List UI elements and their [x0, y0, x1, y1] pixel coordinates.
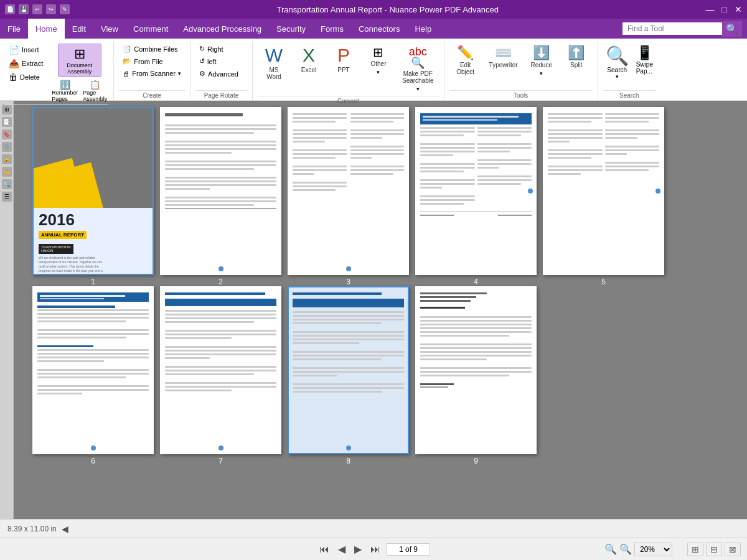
p3-c2-l2: [350, 117, 405, 119]
sidebar-icon-6[interactable]: ✍: [2, 167, 12, 177]
p8-l12: [293, 367, 404, 369]
advanced-rotate-btn[interactable]: ⚙ Advanced: [195, 68, 242, 79]
close-btn[interactable]: ✕: [735, 4, 742, 14]
delete-btn[interactable]: 🗑 Delete: [5, 71, 47, 83]
maximize-btn[interactable]: □: [722, 4, 727, 14]
ms-word-btn[interactable]: W MSWord: [258, 44, 290, 83]
rotate-right-btn[interactable]: ↻ Right: [195, 44, 227, 54]
page-3-num: 3: [346, 278, 350, 286]
save-icon[interactable]: 💾: [19, 4, 29, 14]
p5-l12: [548, 169, 603, 171]
ppt-btn[interactable]: P PPT: [327, 44, 360, 76]
sidebar-icon-7[interactable]: 🔍: [2, 179, 12, 189]
page-5-thumb[interactable]: [543, 107, 664, 275]
page-8-thumb[interactable]: [288, 286, 409, 454]
menu-advanced[interactable]: Advanced Processing: [176, 19, 269, 39]
page-assembly-btn[interactable]: 📋 PageAssembly: [82, 78, 108, 103]
rotate-left-btn[interactable]: ↺ left: [195, 56, 220, 67]
page-1-thumb[interactable]: 2016 ANNUAL REPORT TRANSPORTIONUNION We …: [32, 107, 154, 275]
last-page-btn[interactable]: ⏭: [368, 543, 383, 556]
page-4-container: 4: [415, 107, 537, 286]
p7-l11: [165, 357, 210, 359]
p4-c2-l4: [477, 143, 532, 145]
insert-btn[interactable]: 📄 Insert: [5, 44, 47, 56]
zoom-select[interactable]: 20% 10% 15% 25% 50% 100%: [634, 543, 672, 556]
menu-help[interactable]: Help: [407, 19, 439, 39]
document-assembly-btn[interactable]: ⊞ DocumentAssembly: [58, 44, 101, 77]
page-6-thumb[interactable]: [32, 286, 154, 454]
search-dropdown-icon[interactable]: ▾: [616, 73, 619, 80]
p6-l8: [37, 349, 149, 351]
fit-width-btn[interactable]: ⊟: [706, 543, 722, 556]
renumber-pages-btn[interactable]: 🔢 RenumberPages: [50, 78, 79, 103]
page-3-thumb[interactable]: [288, 107, 409, 275]
main-scroll-area[interactable]: 2016 ANNUAL REPORT TRANSPORTIONUNION We …: [14, 101, 747, 519]
page-input[interactable]: [387, 543, 430, 556]
search-btn[interactable]: 🔍 Search ▾: [603, 44, 631, 81]
p9-h3: [420, 300, 471, 302]
page-7-thumb[interactable]: [160, 286, 281, 454]
page-3-container: 3: [288, 107, 409, 286]
menu-comment[interactable]: Comment: [126, 19, 176, 39]
scroll-left-arrow[interactable]: ◀: [62, 524, 68, 534]
menu-edit[interactable]: Edit: [65, 19, 93, 39]
p4-l4: [420, 143, 475, 145]
pdf-searchable-dropdown-icon[interactable]: ▾: [416, 86, 420, 92]
page-9-thumb[interactable]: [415, 286, 537, 454]
menu-connectors[interactable]: Connectors: [351, 19, 407, 39]
sidebar-icon-5[interactable]: 🔒: [2, 154, 12, 164]
menu-file[interactable]: File: [0, 19, 28, 39]
p4-c2-l8: [477, 163, 532, 165]
excel-btn[interactable]: X Excel: [293, 44, 325, 76]
first-page-btn[interactable]: ⏮: [317, 543, 332, 556]
p3-c1-l13: [293, 173, 314, 175]
actual-size-btn[interactable]: ⊠: [725, 543, 741, 556]
zoom-in-btn[interactable]: 🔍: [619, 543, 632, 555]
p9-g5: [420, 378, 532, 383]
prev-page-btn[interactable]: ◀: [336, 542, 348, 556]
page-4-thumb[interactable]: [415, 107, 537, 275]
p9-l9: [420, 351, 532, 353]
sidebar-icon-2[interactable]: 📑: [2, 117, 12, 127]
scanner-dropdown-icon[interactable]: ▾: [178, 70, 181, 77]
combine-files-btn[interactable]: 📑 Combine Files: [119, 44, 181, 54]
split-btn[interactable]: ⬆️ Split: [560, 44, 593, 71]
p2-l13: [165, 184, 276, 186]
from-scanner-btn[interactable]: 🖨 From Scanner ▾: [119, 68, 185, 78]
redo-icon[interactable]: ↪: [46, 4, 56, 14]
page-2-thumb[interactable]: [160, 107, 281, 275]
sidebar-icon-4[interactable]: 📎: [2, 142, 12, 152]
p8-g3: [293, 362, 404, 367]
minimize-btn[interactable]: —: [706, 4, 715, 14]
sidebar-icon-8[interactable]: ☰: [2, 192, 12, 202]
other-dropdown-icon[interactable]: ▾: [377, 69, 380, 75]
menu-view[interactable]: View: [93, 19, 126, 39]
find-tool-search-icon[interactable]: 🔍: [722, 21, 742, 37]
p6-blue-heading: [37, 292, 149, 302]
zoom-out-btn[interactable]: 🔍: [604, 543, 617, 555]
p7-l14: [165, 373, 254, 375]
next-page-btn[interactable]: ▶: [352, 542, 364, 556]
p7-g2: [165, 341, 276, 346]
renumber-icon: 🔢: [60, 80, 70, 90]
p9-l8: [420, 347, 532, 349]
page-8-num: 8: [346, 457, 350, 465]
from-file-btn[interactable]: 📂 From File: [119, 56, 166, 67]
customize-icon[interactable]: ✎: [60, 4, 70, 14]
fit-page-btn[interactable]: ⊞: [687, 543, 703, 556]
make-pdf-searchable-btn[interactable]: abc🔍 Make PDFSearchable ▾: [397, 44, 439, 95]
other-btn[interactable]: ⊞ Other ▾: [362, 44, 395, 78]
extract-btn[interactable]: 📤 Extract: [5, 57, 47, 70]
menu-security[interactable]: Security: [269, 19, 313, 39]
menu-home[interactable]: Home: [28, 19, 65, 39]
reduce-dropdown-icon[interactable]: ▾: [540, 70, 543, 77]
menu-forms[interactable]: Forms: [313, 19, 351, 39]
reduce-btn[interactable]: ⬇️ Reduce ▾: [525, 44, 558, 79]
find-tool-input[interactable]: [622, 22, 722, 35]
sidebar-icon-3[interactable]: 🔖: [2, 129, 12, 139]
undo-icon[interactable]: ↩: [32, 4, 42, 14]
edit-object-btn[interactable]: ✏️ EditObject: [449, 44, 482, 78]
p8-l11: [293, 358, 382, 360]
typewriter-btn[interactable]: ⌨️ Typewriter: [484, 44, 523, 71]
swipe-pages-btn[interactable]: 📱 SwipePap...: [634, 44, 655, 76]
